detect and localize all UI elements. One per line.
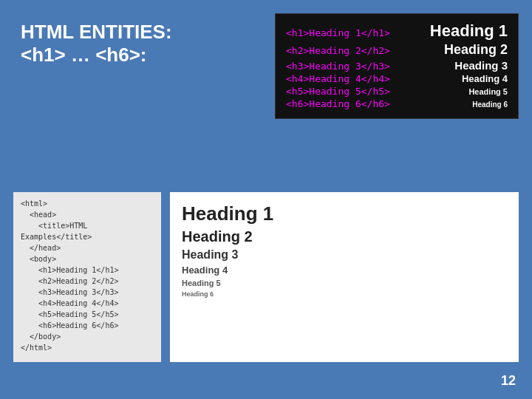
code-line-5: <body> (21, 253, 154, 265)
code-line-6: <h1>Heading 1</h1> (21, 265, 154, 276)
code-line-2: <head> (21, 209, 154, 220)
title-area: HTML ENTITIES: <h1> … <h6>: (21, 21, 172, 66)
code-line-1: <html> (21, 198, 154, 209)
demo-result-h2: Heading 2 (444, 42, 508, 58)
slide-title-line1: HTML ENTITIES: (21, 21, 172, 44)
demo-code-h6: <h6>Heading 6</h6> (286, 98, 390, 109)
demo-row-h3: <h3>Heading 3</h3> Heading 3 (286, 59, 508, 72)
code-line-12: </body> (21, 331, 154, 342)
code-line-9: <h4>Heading 4</h4> (21, 298, 154, 309)
output-h3: Heading 3 (182, 248, 507, 262)
code-line-7: <h2>Heading 2</h2> (21, 276, 154, 287)
output-h6: Heading 6 (182, 290, 507, 298)
demo-result-h4: Heading 4 (462, 73, 508, 84)
code-panel: <html> <head> <title>HTML Examples</titl… (13, 192, 161, 362)
demo-code-h3: <h3>Heading 3</h3> (286, 61, 390, 72)
code-line-11: <h6>Heading 6</h6> (21, 320, 154, 331)
code-line-10: <h5>Heading 5</h5> (21, 309, 154, 320)
demo-row-h4: <h4>Heading 4</h4> Heading 4 (286, 73, 508, 84)
demo-code-h5: <h5>Heading 5</h5> (286, 86, 390, 97)
output-panel: Heading 1 Heading 2 Heading 3 Heading 4 … (170, 192, 519, 362)
slide-title-line2: <h1> … <h6>: (21, 44, 172, 66)
demo-code-h2: <h2>Heading 2</h2> (286, 45, 390, 56)
output-h1: Heading 1 (182, 202, 507, 225)
demo-row-h2: <h2>Heading 2</h2> Heading 2 (286, 42, 508, 58)
demo-result-h6: Heading 6 (472, 100, 508, 109)
output-h2: Heading 2 (182, 228, 507, 245)
demo-code-h4: <h4>Heading 4</h4> (286, 73, 390, 84)
demo-result-h5: Heading 5 (468, 87, 508, 96)
code-line-13: </html> (21, 342, 154, 353)
demo-result-h1: Heading 1 (430, 21, 508, 41)
slide: HTML ENTITIES: <h1> … <h6>: <h1>Heading … (0, 0, 532, 399)
code-line-4: </head> (21, 242, 154, 253)
demo-row-h6: <h6>Heading 6</h6> Heading 6 (286, 98, 508, 109)
code-line-8: <h3>Heading 3</h3> (21, 287, 154, 298)
demo-row-h1: <h1>Heading 1</h1> Heading 1 (286, 21, 508, 41)
code-line-3: <title>HTML Examples</title> (21, 220, 154, 242)
page-number: 12 (501, 373, 516, 389)
demo-result-h3: Heading 3 (454, 59, 508, 72)
demo-code-h1: <h1>Heading 1</h1> (286, 27, 390, 38)
output-h5: Heading 5 (182, 279, 507, 287)
output-h4: Heading 4 (182, 265, 507, 276)
demo-row-h5: <h5>Heading 5</h5> Heading 5 (286, 86, 508, 97)
html-demo-panel: <h1>Heading 1</h1> Heading 1 <h2>Heading… (275, 13, 519, 119)
